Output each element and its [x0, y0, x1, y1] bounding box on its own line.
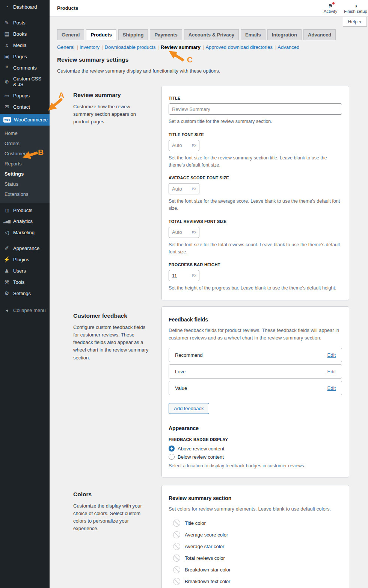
submenu-item-reports[interactable]: Reports	[0, 159, 50, 169]
color-label: Breakdown star color	[185, 567, 231, 573]
sidebar-item-settings[interactable]: ⚙ Settings	[0, 288, 50, 299]
colors-description: Customize the display with your choice o…	[73, 502, 149, 533]
tab-shipping[interactable]: Shipping	[118, 29, 148, 40]
collapse-menu-button[interactable]: ◄ Collapse menu	[0, 305, 50, 316]
sidebar-item-label: Media	[13, 42, 26, 48]
sidebar-item-contact[interactable]: ✉ Contact	[0, 101, 50, 112]
subnav-review-summary[interactable]: Review summary	[161, 44, 201, 50]
color-picker-average-score[interactable]: Average score color	[173, 531, 342, 538]
products-icon: ◫	[3, 208, 10, 213]
average-score-font-size-label: AVERAGE SCORE FONT SIZE	[169, 176, 342, 180]
activity-button[interactable]: ⚑ Activity	[322, 3, 339, 14]
subnav-downloadable-products[interactable]: Downloadable products	[105, 44, 156, 50]
submenu-item-settings[interactable]: Settings	[0, 169, 50, 179]
sidebar-item-users[interactable]: ♟ Users	[0, 265, 50, 276]
submenu-item-home[interactable]: Home	[0, 128, 50, 138]
feedback-fields-card: Feedback fields Define feedback fields f…	[161, 306, 349, 477]
sidebar-item-books[interactable]: ▤ Books	[0, 28, 50, 39]
tab-general[interactable]: General	[57, 29, 84, 40]
topbar: Products ⚑ Activity ◑ Finish setup	[50, 0, 368, 17]
appearance-subheading: Appearance	[169, 425, 342, 431]
submenu-item-status[interactable]: Status	[0, 179, 50, 189]
radio-above-review-content[interactable]: Above review content	[169, 446, 342, 452]
color-picker-average-star[interactable]: Average star color	[173, 543, 342, 550]
sidebar-item-media[interactable]: ♫ Media	[0, 39, 50, 51]
sidebar-item-label: Users	[13, 268, 26, 274]
color-picker-breakdown-star[interactable]: Breakdown star color	[173, 566, 342, 573]
tab-products[interactable]: Products	[86, 29, 116, 40]
title-field-label: TITLE	[169, 96, 342, 100]
empty-color-swatch-icon	[173, 555, 180, 562]
contact-icon: ✉	[3, 104, 10, 110]
review-summary-card: TITLE Set a custom title for the review …	[161, 86, 349, 300]
add-feedback-button[interactable]: Add feedback	[169, 403, 209, 414]
sidebar-item-marketing[interactable]: ◁ Marketing	[0, 227, 50, 238]
subnav-approved-download-directories[interactable]: Approved download directories	[205, 44, 273, 50]
progress-bar-height-help: Set the height of the progress bar. Leav…	[169, 285, 342, 292]
sidebar-item-comments[interactable]: ❝ Comments	[0, 62, 50, 73]
woocommerce-icon: Woo	[3, 117, 11, 123]
sidebar-item-products[interactable]: ◫ Products	[0, 205, 50, 216]
color-picker-breakdown-text[interactable]: Breakdown text color	[173, 578, 342, 585]
section-page-heading: Review summary settings	[57, 56, 368, 63]
empty-color-swatch-icon	[173, 543, 180, 550]
dashboard-icon: ◔	[3, 4, 10, 10]
color-picker-title[interactable]: Title color	[173, 520, 342, 527]
color-picker-total-reviews[interactable]: Total reviews color	[173, 555, 342, 562]
colors-section: Colors Customize the display with your c…	[73, 485, 368, 588]
tab-advanced[interactable]: Advanced	[303, 29, 336, 40]
subnav-general[interactable]: General	[57, 44, 74, 50]
subnav-inventory[interactable]: Inventory	[80, 44, 100, 50]
chevron-down-icon: ▼	[359, 20, 362, 24]
sidebar-item-posts[interactable]: ✎ Posts	[0, 17, 50, 28]
edit-link[interactable]: Edit	[327, 369, 336, 374]
colors-card-description: Set colors for review summary elements. …	[169, 505, 342, 513]
sidebar-item-label: Popups	[13, 93, 30, 99]
sidebar-item-label: Settings	[13, 291, 31, 296]
edit-link[interactable]: Edit	[327, 352, 336, 358]
tab-emails[interactable]: Emails	[241, 29, 265, 40]
notification-dot	[332, 2, 335, 5]
feedback-name: Recommend	[175, 352, 203, 358]
review-summary-heading: Review summary	[73, 92, 149, 99]
admin-sidebar: ◔ Dashboard ✎ Posts ▤ Books ♫ Media ▣ Pa…	[0, 0, 50, 588]
analytics-icon: ▂▅▇	[3, 220, 10, 223]
feedback-fields-heading: Feedback fields	[169, 317, 342, 323]
customer-feedback-heading: Customer feedback	[73, 312, 149, 319]
submenu-item-customers[interactable]: Customers	[0, 149, 50, 159]
sidebar-item-woocommerce[interactable]: Woo WooCommerce	[0, 114, 50, 126]
feedback-row-recommend: Recommend Edit	[169, 348, 342, 362]
sidebar-item-appearance[interactable]: ✐ Appearance	[0, 242, 50, 254]
sidebar-item-dashboard[interactable]: ◔ Dashboard	[0, 0, 50, 12]
average-score-font-size-help: Set the font size for the average score.…	[169, 198, 342, 212]
posts-icon: ✎	[3, 20, 10, 26]
submenu-item-extensions[interactable]: Extensions	[0, 189, 50, 199]
radio-label: Above review content	[178, 446, 224, 452]
sidebar-item-tools[interactable]: ⚒ Tools	[0, 276, 50, 288]
sidebar-item-analytics[interactable]: ▂▅▇ Analytics	[0, 216, 50, 227]
tab-integration[interactable]: Integration	[267, 29, 302, 40]
finish-setup-button[interactable]: ◑ Finish setup	[344, 3, 367, 14]
tab-accounts-privacy[interactable]: Accounts & Privacy	[184, 29, 239, 40]
sidebar-item-label: Products	[13, 208, 32, 213]
radio-below-review-content[interactable]: Below review content	[169, 454, 342, 460]
help-dropdown-button[interactable]: Help▼	[343, 17, 367, 27]
subnav-advanced[interactable]: Advanced	[278, 44, 299, 50]
woocommerce-submenu: Home Orders Customers Reports Settings S…	[0, 126, 50, 203]
feedback-name: Value	[175, 385, 187, 391]
sidebar-item-plugins[interactable]: ⚡ Plugins	[0, 254, 50, 265]
sidebar-item-label: Comments	[13, 65, 37, 71]
finish-setup-label: Finish setup	[344, 9, 367, 14]
users-icon: ♟	[3, 268, 10, 274]
sidebar-item-popups[interactable]: ▭ Popups	[0, 90, 50, 101]
title-field-help: Set a custom title for the review summar…	[169, 118, 342, 125]
sidebar-item-label: Appearance	[13, 246, 39, 251]
submenu-item-orders[interactable]: Orders	[0, 138, 50, 149]
sidebar-item-custom-css-js[interactable]: ⊕ Custom CSS & JS	[0, 73, 50, 90]
tab-payments[interactable]: Payments	[150, 29, 182, 40]
edit-link[interactable]: Edit	[327, 385, 336, 391]
plugins-icon: ⚡	[3, 256, 10, 262]
title-input[interactable]	[169, 103, 342, 115]
custom-css-icon: ⊕	[3, 79, 10, 85]
sidebar-item-pages[interactable]: ▣ Pages	[0, 51, 50, 62]
